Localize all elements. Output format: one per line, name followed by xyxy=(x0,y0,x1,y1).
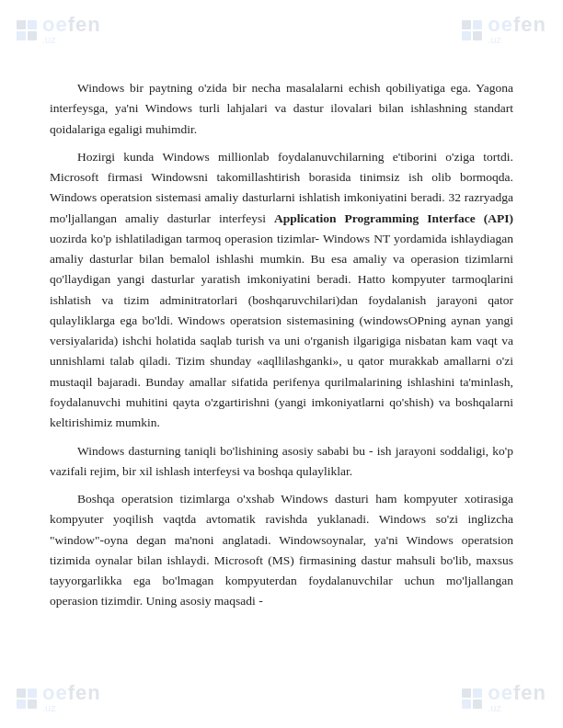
cube-grid-icon-4 xyxy=(462,688,482,709)
paragraph-4: Boshqa operatsion tizimlarga o'xshab Win… xyxy=(50,489,513,612)
watermark-bottom-right: oefen .uz xyxy=(462,683,546,713)
page: oefen .uz oefen . xyxy=(0,0,563,728)
paragraph-2: Hozirgi kunda Windows millionlab foydala… xyxy=(50,147,513,434)
watermark-bottom-left: oefen .uz xyxy=(17,683,101,713)
paragraph-3: Windows dasturning taniqli bo'lishining … xyxy=(50,441,513,483)
main-content: Windows bir paytning o'zida bir necha ma… xyxy=(50,28,513,612)
body-text: Windows bir paytning o'zida bir necha ma… xyxy=(50,78,513,612)
cube-grid-icon xyxy=(17,20,37,40)
api-term: Application Programming Interface (API) xyxy=(274,211,513,225)
cube-grid-icon-3 xyxy=(17,688,37,709)
paragraph-1: Windows bir paytning o'zida bir necha ma… xyxy=(50,78,513,140)
